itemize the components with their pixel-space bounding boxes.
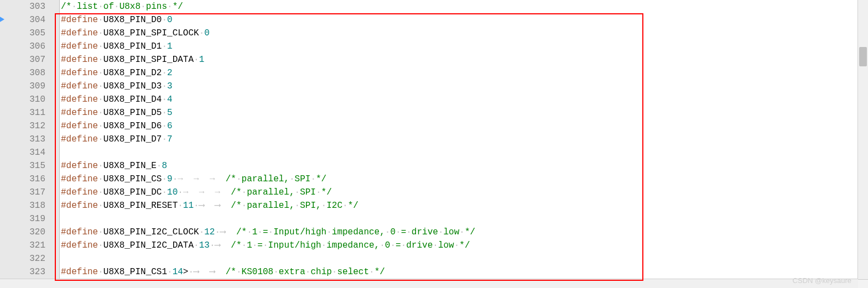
line-number: 313 xyxy=(3,133,45,146)
code-line[interactable]: #define·U8X8_PIN_D7·7 xyxy=(61,133,868,146)
line-number: 318 xyxy=(3,199,45,212)
code-line[interactable]: #define·U8X8_PIN_D6·6 xyxy=(61,119,868,133)
line-number: 321 xyxy=(3,239,45,252)
line-number: 314 xyxy=(3,146,45,159)
horizontal-scrollbar[interactable] xyxy=(0,279,858,288)
line-number: 306 xyxy=(3,40,45,53)
line-number: 319 xyxy=(3,212,45,226)
code-line[interactable]: #define·U8X8_PIN_CS·9·→ → → /*·parallel,… xyxy=(61,172,868,186)
line-number: 315 xyxy=(3,159,45,172)
line-number: 317 xyxy=(3,186,45,199)
code-line[interactable]: #define·U8X8_PIN_RESET·11·⟶ ⟶ /*·paralle… xyxy=(61,199,868,212)
code-editor[interactable]: 3033043053063073083093103113123133143153… xyxy=(0,0,868,280)
code-line[interactable]: #define·U8X8_PIN_D3·3 xyxy=(61,80,868,93)
line-number: 307 xyxy=(3,53,45,66)
line-number: 311 xyxy=(3,106,45,119)
execution-arrow-icon xyxy=(0,16,4,23)
code-line[interactable]: #define·U8X8_PIN_D0·0 xyxy=(61,13,868,27)
code-line[interactable] xyxy=(61,146,868,159)
code-line[interactable]: #define·U8X8_PIN_D5·5 xyxy=(61,106,868,119)
code-line[interactable]: #define·U8X8_PIN_SPI_DATA·1 xyxy=(61,53,868,66)
watermark-text: CSDN @keysaure xyxy=(793,276,851,285)
code-line[interactable] xyxy=(61,252,868,265)
line-number: 320 xyxy=(3,226,45,239)
scrollbar-thumb[interactable] xyxy=(859,47,867,66)
code-line[interactable]: #define·U8X8_PIN_DC·10·→ → → /*·parallel… xyxy=(61,186,868,199)
code-line[interactable] xyxy=(61,212,868,226)
line-number: 316 xyxy=(3,172,45,186)
line-number: 309 xyxy=(3,80,45,93)
code-line[interactable]: #define·U8X8_PIN_I2C_CLOCK·12·⟶ /*·1·=·I… xyxy=(61,226,868,239)
line-number: 323 xyxy=(3,265,45,279)
code-line[interactable]: #define·U8X8_PIN_I2C_DATA·13·⟶ /*·1·=·In… xyxy=(61,239,868,252)
code-line[interactable]: #define·U8X8_PIN_E·8 xyxy=(61,159,868,172)
code-line[interactable]: #define·U8X8_PIN_D2·2 xyxy=(61,66,868,80)
vertical-scrollbar[interactable] xyxy=(857,0,868,279)
line-number: 303 xyxy=(3,0,45,13)
line-number: 308 xyxy=(3,66,45,80)
line-number-gutter[interactable]: 3033043053063073083093103113123133143153… xyxy=(3,0,51,279)
fold-column[interactable] xyxy=(51,0,60,279)
line-number: 312 xyxy=(3,119,45,133)
line-number: 310 xyxy=(3,93,45,106)
editor-margin xyxy=(0,0,3,279)
code-area[interactable]: /*·list·of·U8x8·pins·*/#define·U8X8_PIN_… xyxy=(60,0,868,279)
code-line[interactable]: #define·U8X8_PIN_SPI_CLOCK·0 xyxy=(61,27,868,40)
code-line[interactable]: #define·U8X8_PIN_D4·4 xyxy=(61,93,868,106)
code-line[interactable]: #define·U8X8_PIN_CS1·14>·⟶ ⟶ /*·KS0108·e… xyxy=(61,265,868,279)
line-number: 305 xyxy=(3,27,45,40)
line-number: 304 xyxy=(3,13,45,27)
line-number: 322 xyxy=(3,252,45,265)
code-line[interactable]: /*·list·of·U8x8·pins·*/ xyxy=(61,0,868,13)
code-line[interactable]: #define·U8X8_PIN_D1·1 xyxy=(61,40,868,53)
